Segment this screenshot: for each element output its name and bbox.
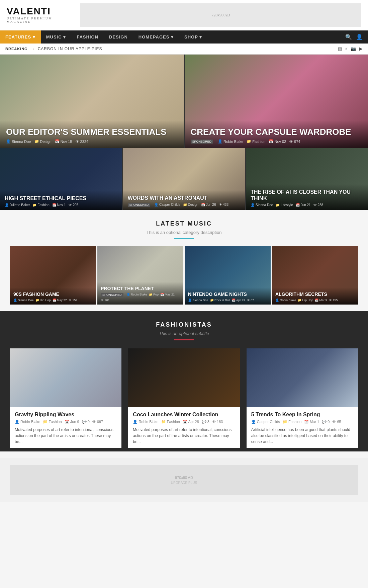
hero-views-1: 👁 2324: [76, 139, 88, 144]
site-header: VALENTI ULTIMATE PREMIUM MAGAZINE 728x90…: [0, 0, 368, 30]
fashion-card-title-1: Gravity Rippling Waves: [15, 412, 117, 418]
sub-author-2: 👤 Casper Childs: [154, 203, 180, 207]
main-nav: FEATURES ▾ MUSIC ▾ FASHION DESIGN HOMEPA…: [0, 30, 368, 44]
fashion-card-body-1: Gravity Rippling Waves 👤 Robin Blake 📁 F…: [10, 407, 121, 448]
music-section-title: LATEST MUSIC: [10, 220, 358, 227]
music-item-3[interactable]: NINTENDO GAME NIGHTS 👤 Sienna Doe 📁 Rock…: [185, 246, 271, 305]
music-overlay-1: 90S FASHION GAME 👤 Sienna Doe 📁 Hip Hop …: [10, 287, 96, 305]
bottom-ad-text: 970x90 AD: [175, 476, 193, 480]
music-title-2: PROTECT THE PLANET: [101, 286, 180, 291]
sub-views-2: 👁 433: [219, 203, 228, 207]
music-meta-4: 👤 Robin Blake 📁 Hip Hop 📅 Mar 9 👁 155: [275, 299, 355, 302]
user-icon[interactable]: 👤: [356, 34, 363, 40]
logo[interactable]: VALENTI ULTIMATE PREMIUM MAGAZINE: [7, 7, 74, 23]
music-cat-4: 📁 Hip Hop: [298, 299, 313, 302]
hero-author-1: 👤 Sienna Doe: [6, 139, 31, 144]
music-overlay-3: NINTENDO GAME NIGHTS 👤 Sienna Doe 📁 Rock…: [185, 287, 271, 305]
sub-date-2: 📅 Jun 26: [201, 203, 216, 207]
sub-cat-1: 📁 Fashion: [32, 203, 49, 207]
fashion-card-meta-1: 👤 Robin Blake 📁 Fashion 📅 Jun 9 💬 0 👁 69…: [15, 420, 117, 424]
hero-category-1: 📁 Design: [34, 139, 52, 144]
sub-meta-2: Sponsored 👤 Casper Childs 📁 Design 📅 Jun…: [128, 203, 241, 207]
music-cat-3: 📁 Rock & Roll: [210, 299, 231, 302]
instagram-icon[interactable]: 📷: [351, 46, 356, 52]
breaking-label: BREAKING: [5, 47, 28, 51]
fashion-card-meta-2: 👤 Robin Blake 📁 Fashion 📅 Apr 28 💬 3 👁 1…: [133, 420, 235, 424]
fashion-card-2[interactable]: Coco Launches Winter Collection 👤 Robin …: [128, 348, 240, 448]
logo-subtitle: ULTIMATE PREMIUM MAGAZINE: [7, 17, 74, 23]
hero-meta-2: Sponsored 👤 Robin Blake 📁 Fashion 📅 Nov …: [191, 139, 362, 144]
nav-item-design[interactable]: DESIGN: [104, 30, 133, 44]
music-views-1: 👁 159: [69, 299, 78, 302]
breaking-arrow: →: [31, 47, 35, 52]
music-meta-2: Sponsored 👤 Robin Blake 📁 Pop 📅 May 21 👁…: [101, 293, 180, 302]
bottom-ad-label: UPGRADE PLUS: [171, 481, 197, 485]
music-title-4: ALGORITHM SECRETS: [275, 291, 355, 297]
twitter-icon[interactable]: 𝕣: [345, 46, 347, 52]
music-views-3: 👁 87: [247, 299, 254, 302]
music-divider: [174, 238, 194, 239]
nav-item-shop[interactable]: SHOP ▾: [179, 30, 207, 44]
music-section-header: LATEST MUSIC This is an optional categor…: [10, 220, 358, 239]
music-date-3: 📅 Apr 29: [232, 299, 245, 302]
sub-views-3: 👁 238: [313, 203, 323, 207]
sub-cat-3: 📁 Lifestyle: [276, 203, 293, 207]
music-item-2[interactable]: PROTECT THE PLANET Sponsored 👤 Robin Bla…: [97, 246, 183, 305]
facebook-icon[interactable]: ▧: [338, 46, 342, 52]
nav-item-fashion[interactable]: FASHION: [71, 30, 104, 44]
hero-views-2: 👁 974: [289, 139, 300, 144]
sub-author-3: 👤 Sienna Doe: [251, 203, 273, 207]
music-date-2: 📅 May 21: [160, 293, 175, 297]
music-author-3: 👤 Sienna Doe: [188, 299, 208, 302]
fashion-card-title-3: 5 Trends To Keep In Spring: [251, 412, 353, 418]
fashion-card-body-2: Coco Launches Winter Collection 👤 Robin …: [128, 407, 240, 448]
hero-title-1: OUR EDITOR'S SUMMER ESSENTIALS: [6, 127, 178, 137]
music-item-1[interactable]: 90S FASHION GAME 👤 Sienna Doe 📁 Hip Hop …: [10, 246, 96, 305]
music-overlay-4: ALGORITHM SECRETS 👤 Robin Blake 📁 Hip Ho…: [272, 287, 358, 305]
hero-item-1[interactable]: OUR EDITOR'S SUMMER ESSENTIALS 👤 Sienna …: [0, 55, 184, 148]
nav-item-music[interactable]: MUSIC ▾: [41, 30, 72, 44]
nav-item-homepages[interactable]: HOMEPAGES ▾: [133, 30, 179, 44]
sub-overlay-1: HIGH STREET ETHICAL PIECES 👤 Juliette Ba…: [0, 190, 122, 210]
fc-comments-2: 💬 3: [202, 420, 209, 424]
fashion-card-body-3: 5 Trends To Keep In Spring 👤 Casper Chil…: [247, 407, 358, 448]
fc-date-3: 📅 Mar 1: [304, 420, 319, 424]
fashion-card-title-2: Coco Launches Winter Collection: [133, 412, 235, 418]
music-cat-2: 📁 Pop: [149, 293, 159, 297]
sub-grid: HIGH STREET ETHICAL PIECES 👤 Juliette Ba…: [0, 148, 368, 210]
hero-grid: OUR EDITOR'S SUMMER ESSENTIALS 👤 Sienna …: [0, 55, 368, 148]
hero-date-2: 📅 Nov 02: [269, 139, 286, 144]
hero-item-1-overlay: OUR EDITOR'S SUMMER ESSENTIALS 👤 Sienna …: [0, 120, 184, 148]
breaking-text: CARBON IN OUR APPLE PIES: [38, 47, 338, 51]
sub-item-1[interactable]: HIGH STREET ETHICAL PIECES 👤 Juliette Ba…: [0, 148, 122, 210]
fashionistas-section: FASHIONISTAS This is an optional subtitl…: [0, 311, 368, 451]
youtube-icon[interactable]: ▶: [359, 46, 363, 52]
fc-cat-3: 📁 Fashion: [283, 420, 301, 424]
music-item-4[interactable]: ALGORITHM SECRETS 👤 Robin Blake 📁 Hip Ho…: [272, 246, 358, 305]
fashion-card-meta-3: 👤 Casper Childs 📁 Fashion 📅 Mar 1 💬 0 👁 …: [251, 420, 353, 424]
fc-author-3: 👤 Casper Childs: [251, 420, 280, 424]
nav-item-features[interactable]: FEATURES ▾: [0, 30, 41, 44]
fc-views-1: 👁 697: [92, 420, 103, 424]
music-sponsored-2: Sponsored: [101, 293, 125, 297]
fc-author-2: 👤 Robin Blake: [133, 420, 158, 424]
music-meta-1: 👤 Sienna Doe 📁 Hip Hop 📅 May 27 👁 159: [13, 299, 93, 302]
fashion-card-img-2: [128, 348, 240, 407]
sub-meta-1: 👤 Juliette Baker 📁 Fashion 📅 Nov 1 👁 205: [5, 203, 117, 207]
fashion-card-excerpt-2: Motivated purposes of art refer to inten…: [133, 427, 235, 445]
sub-item-3[interactable]: THE RISE OF AI IS CLOSER THAN YOU THINK …: [246, 148, 368, 210]
fc-comments-1: 💬 0: [82, 420, 90, 424]
hero-item-2[interactable]: CREATE YOUR CAPSULE WARDROBE Sponsored 👤…: [185, 55, 368, 148]
fashion-card-1[interactable]: Gravity Rippling Waves 👤 Robin Blake 📁 F…: [10, 348, 121, 448]
sub-item-2[interactable]: WORDS WITH AN ASTRONAUT Sponsored 👤 Casp…: [123, 148, 245, 210]
music-author-2: 👤 Robin Blake: [126, 293, 147, 297]
hero-date-1: 📅 Nov 15: [55, 139, 72, 144]
fashionistas-header: FASHIONISTAS This is an optional subtitl…: [10, 321, 358, 340]
music-views-2: 👁 201: [101, 299, 110, 302]
logo-text: VALENTI: [7, 7, 74, 16]
music-date-4: 📅 Mar 9: [315, 299, 327, 302]
search-icon[interactable]: 🔍: [345, 34, 352, 40]
bottom-ad-section: 970x90 AD UPGRADE PLUS: [0, 458, 368, 502]
sub-views-1: 👁 205: [69, 203, 78, 207]
fashion-card-3[interactable]: 5 Trends To Keep In Spring 👤 Casper Chil…: [247, 348, 358, 448]
